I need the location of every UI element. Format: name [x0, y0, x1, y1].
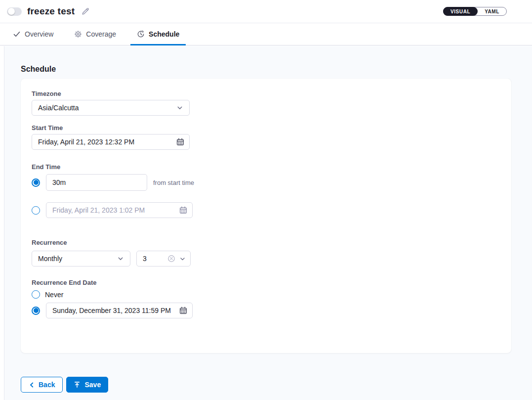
schedule-clock-icon: [137, 30, 145, 38]
recurrence-interval-field: [136, 251, 191, 267]
tab-schedule[interactable]: Schedule: [130, 23, 186, 45]
gear-icon: [74, 30, 82, 38]
page-title: freeze test: [27, 6, 75, 17]
schedule-heading: Schedule: [21, 65, 532, 74]
recurrence-end-date-row: [32, 303, 511, 318]
chevron-left-icon: [29, 382, 35, 388]
chevron-down-icon[interactable]: [179, 256, 186, 262]
recurrence-never-radio[interactable]: [32, 290, 40, 299]
header: freeze test VISUAL YAML: [0, 0, 532, 23]
schedule-form-card: Timezone Asia/Calcutta Start Time End Ti…: [21, 79, 511, 353]
clear-circle-x-icon[interactable]: [167, 255, 175, 263]
start-time-label: Start Time: [32, 124, 511, 132]
freeze-schedule-page: freeze test VISUAL YAML Overview Coverag…: [0, 0, 532, 400]
start-time-input[interactable]: [32, 134, 189, 149]
calendar-icon[interactable]: [176, 138, 184, 146]
recurrence-never-row: Never: [32, 290, 511, 299]
calendar-icon[interactable]: [179, 206, 187, 214]
save-button[interactable]: Save: [66, 377, 108, 393]
chevron-down-icon: [176, 104, 183, 111]
footer-actions: Back Save: [21, 377, 532, 393]
timezone-label: Timezone: [32, 90, 511, 97]
recurrence-type-value: Monthly: [38, 255, 62, 263]
timezone-select[interactable]: Asia/Calcutta: [32, 100, 190, 116]
recurrence-end-date-radio[interactable]: [32, 307, 40, 315]
end-time-duration-row: from start time: [32, 174, 511, 191]
end-time-date-row: [32, 202, 511, 218]
end-time-date-input[interactable]: [46, 203, 192, 218]
tab-label: Schedule: [149, 30, 179, 38]
yaml-toggle-button[interactable]: YAML: [478, 7, 506, 16]
tab-overview[interactable]: Overview: [6, 23, 60, 45]
recurrence-label: Recurrence: [32, 239, 511, 246]
chevron-down-icon: [117, 255, 124, 262]
tab-label: Coverage: [86, 30, 116, 38]
calendar-icon[interactable]: [179, 307, 187, 314]
schedule-content: Schedule Timezone Asia/Calcutta Start Ti…: [0, 46, 532, 400]
recurrence-end-date-field: [46, 303, 193, 318]
duration-input[interactable]: [46, 175, 147, 190]
back-button-label: Back: [39, 381, 55, 389]
duration-field: [46, 174, 147, 191]
visual-yaml-toggle: VISUAL YAML: [443, 7, 507, 16]
start-time-field: [32, 134, 190, 150]
save-button-label: Save: [84, 381, 101, 389]
tab-bar: Overview Coverage Schedule: [0, 23, 532, 45]
recurrence-type-select[interactable]: Monthly: [32, 251, 130, 267]
duration-suffix-text: from start time: [153, 179, 194, 186]
upload-arrow-icon: [74, 381, 81, 388]
toggle-knob: [8, 8, 15, 15]
tab-coverage[interactable]: Coverage: [68, 23, 123, 45]
recurrence-row: Monthly: [32, 251, 511, 267]
end-time-date-field: [46, 202, 193, 218]
end-time-duration-radio[interactable]: [32, 178, 40, 187]
tab-label: Overview: [25, 30, 53, 38]
check-icon: [13, 30, 21, 38]
recurrence-end-date-input[interactable]: [46, 303, 192, 318]
edit-pencil-icon[interactable]: [81, 7, 90, 16]
freeze-enable-toggle[interactable]: [7, 7, 22, 16]
end-time-label: End Time: [32, 163, 511, 171]
back-button[interactable]: Back: [21, 377, 63, 393]
left-gutter: [0, 46, 4, 400]
recurrence-end-date-label: Recurrence End Date: [32, 279, 511, 286]
visual-toggle-button[interactable]: VISUAL: [443, 7, 478, 16]
never-option-label: Never: [45, 291, 63, 299]
end-time-date-radio[interactable]: [32, 206, 40, 215]
timezone-value: Asia/Calcutta: [38, 104, 79, 112]
